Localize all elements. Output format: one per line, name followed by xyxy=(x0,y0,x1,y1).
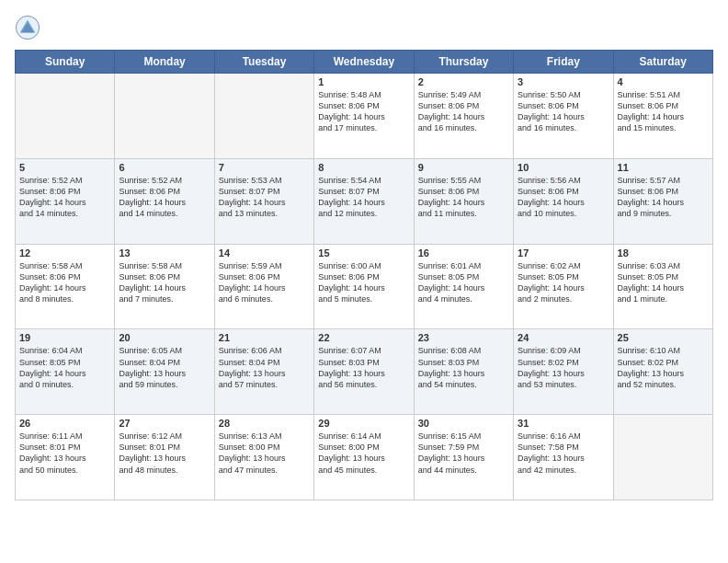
cal-cell-31: 31Sunrise: 6:16 AM Sunset: 7:58 PM Dayli… xyxy=(514,415,613,500)
day-header-thursday: Thursday xyxy=(414,51,513,74)
cal-cell-4: 4Sunrise: 5:51 AM Sunset: 8:06 PM Daylig… xyxy=(613,74,712,159)
cal-cell-20: 20Sunrise: 6:05 AM Sunset: 8:04 PM Dayli… xyxy=(115,329,214,415)
cal-cell-26: 26Sunrise: 6:11 AM Sunset: 8:01 PM Dayli… xyxy=(16,415,115,500)
cal-cell-18: 18Sunrise: 6:03 AM Sunset: 8:05 PM Dayli… xyxy=(613,244,712,329)
day-number: 24 xyxy=(518,332,609,343)
day-header-wednesday: Wednesday xyxy=(314,51,414,74)
cell-text: Sunrise: 5:54 AM Sunset: 8:07 PM Dayligh… xyxy=(318,175,409,220)
day-number: 17 xyxy=(518,247,609,259)
cell-text: Sunrise: 6:05 AM Sunset: 8:04 PM Dayligh… xyxy=(119,345,210,390)
week-row-1: 1Sunrise: 5:48 AM Sunset: 8:06 PM Daylig… xyxy=(16,74,713,159)
day-number: 22 xyxy=(318,332,409,343)
cal-cell-9: 9Sunrise: 5:55 AM Sunset: 8:06 PM Daylig… xyxy=(414,158,513,244)
week-row-3: 12Sunrise: 5:58 AM Sunset: 8:06 PM Dayli… xyxy=(16,244,713,329)
cell-text: Sunrise: 5:55 AM Sunset: 8:06 PM Dayligh… xyxy=(418,175,509,220)
week-row-4: 19Sunrise: 6:04 AM Sunset: 8:05 PM Dayli… xyxy=(16,329,713,415)
day-number: 7 xyxy=(219,162,310,173)
cal-cell-15: 15Sunrise: 6:00 AM Sunset: 8:06 PM Dayli… xyxy=(314,244,414,329)
cal-cell-5: 5Sunrise: 5:52 AM Sunset: 8:06 PM Daylig… xyxy=(16,158,115,244)
day-header-monday: Monday xyxy=(115,51,214,74)
day-number: 6 xyxy=(119,162,210,173)
cal-cell-22: 22Sunrise: 6:07 AM Sunset: 8:03 PM Dayli… xyxy=(314,329,414,415)
cal-cell-6: 6Sunrise: 5:52 AM Sunset: 8:06 PM Daylig… xyxy=(115,158,214,244)
day-number: 10 xyxy=(518,162,609,173)
day-header-row: SundayMondayTuesdayWednesdayThursdayFrid… xyxy=(16,51,713,74)
day-number: 3 xyxy=(518,76,609,87)
cell-text: Sunrise: 6:13 AM Sunset: 8:00 PM Dayligh… xyxy=(219,431,310,476)
cal-cell-empty-2 xyxy=(214,74,313,159)
day-number: 12 xyxy=(19,247,110,259)
cal-cell-13: 13Sunrise: 5:58 AM Sunset: 8:06 PM Dayli… xyxy=(115,244,214,329)
day-number: 8 xyxy=(318,162,409,173)
day-header-saturday: Saturday xyxy=(613,51,712,74)
cell-text: Sunrise: 6:03 AM Sunset: 8:05 PM Dayligh… xyxy=(618,260,709,305)
day-header-friday: Friday xyxy=(514,51,613,74)
day-number: 4 xyxy=(618,76,709,87)
day-number: 31 xyxy=(518,418,609,429)
day-number: 21 xyxy=(219,332,310,343)
day-number: 9 xyxy=(418,162,509,173)
cell-text: Sunrise: 5:53 AM Sunset: 8:07 PM Dayligh… xyxy=(219,175,310,220)
cal-cell-27: 27Sunrise: 6:12 AM Sunset: 8:01 PM Dayli… xyxy=(115,415,214,500)
cell-text: Sunrise: 5:56 AM Sunset: 8:06 PM Dayligh… xyxy=(518,175,609,220)
day-number: 27 xyxy=(119,418,210,429)
day-number: 30 xyxy=(418,418,509,429)
cal-cell-2: 2Sunrise: 5:49 AM Sunset: 8:06 PM Daylig… xyxy=(414,74,513,159)
cal-cell-16: 16Sunrise: 6:01 AM Sunset: 8:05 PM Dayli… xyxy=(414,244,513,329)
cell-text: Sunrise: 6:07 AM Sunset: 8:03 PM Dayligh… xyxy=(318,345,409,390)
cell-text: Sunrise: 6:02 AM Sunset: 8:05 PM Dayligh… xyxy=(518,260,609,305)
cell-text: Sunrise: 6:11 AM Sunset: 8:01 PM Dayligh… xyxy=(19,431,110,476)
day-number: 14 xyxy=(219,247,310,259)
cell-text: Sunrise: 5:49 AM Sunset: 8:06 PM Dayligh… xyxy=(418,89,509,134)
day-number: 28 xyxy=(219,418,310,429)
cell-text: Sunrise: 5:52 AM Sunset: 8:06 PM Dayligh… xyxy=(119,175,210,220)
cal-cell-17: 17Sunrise: 6:02 AM Sunset: 8:05 PM Dayli… xyxy=(514,244,613,329)
cell-text: Sunrise: 6:12 AM Sunset: 8:01 PM Dayligh… xyxy=(119,431,210,476)
day-number: 19 xyxy=(19,332,110,343)
page: SundayMondayTuesdayWednesdayThursdayFrid… xyxy=(0,0,728,563)
day-number: 26 xyxy=(19,418,110,429)
cal-cell-19: 19Sunrise: 6:04 AM Sunset: 8:05 PM Dayli… xyxy=(16,329,115,415)
logo-icon xyxy=(15,15,40,40)
cell-text: Sunrise: 6:00 AM Sunset: 8:06 PM Dayligh… xyxy=(318,260,409,305)
cal-cell-empty-0 xyxy=(16,74,115,159)
cell-text: Sunrise: 5:48 AM Sunset: 8:06 PM Dayligh… xyxy=(318,89,409,134)
cell-text: Sunrise: 5:58 AM Sunset: 8:06 PM Dayligh… xyxy=(19,260,110,305)
cal-cell-8: 8Sunrise: 5:54 AM Sunset: 8:07 PM Daylig… xyxy=(314,158,414,244)
day-number: 18 xyxy=(618,247,709,259)
day-number: 13 xyxy=(119,247,210,259)
cell-text: Sunrise: 5:57 AM Sunset: 8:06 PM Dayligh… xyxy=(618,175,709,220)
cal-cell-14: 14Sunrise: 5:59 AM Sunset: 8:06 PM Dayli… xyxy=(214,244,313,329)
day-number: 1 xyxy=(318,76,409,87)
day-number: 25 xyxy=(618,332,709,343)
cell-text: Sunrise: 5:59 AM Sunset: 8:06 PM Dayligh… xyxy=(219,260,310,305)
cell-text: Sunrise: 6:10 AM Sunset: 8:02 PM Dayligh… xyxy=(618,345,709,390)
day-header-tuesday: Tuesday xyxy=(214,51,313,74)
cal-cell-1: 1Sunrise: 5:48 AM Sunset: 8:06 PM Daylig… xyxy=(314,74,414,159)
cal-cell-3: 3Sunrise: 5:50 AM Sunset: 8:06 PM Daylig… xyxy=(514,74,613,159)
cell-text: Sunrise: 6:14 AM Sunset: 8:00 PM Dayligh… xyxy=(318,431,409,476)
cell-text: Sunrise: 5:52 AM Sunset: 8:06 PM Dayligh… xyxy=(19,175,110,220)
cell-text: Sunrise: 6:04 AM Sunset: 8:05 PM Dayligh… xyxy=(19,345,110,390)
week-row-2: 5Sunrise: 5:52 AM Sunset: 8:06 PM Daylig… xyxy=(16,158,713,244)
cell-text: Sunrise: 6:01 AM Sunset: 8:05 PM Dayligh… xyxy=(418,260,509,305)
day-number: 23 xyxy=(418,332,509,343)
cal-cell-30: 30Sunrise: 6:15 AM Sunset: 7:59 PM Dayli… xyxy=(414,415,513,500)
cal-cell-23: 23Sunrise: 6:08 AM Sunset: 8:03 PM Dayli… xyxy=(414,329,513,415)
cell-text: Sunrise: 6:15 AM Sunset: 7:59 PM Dayligh… xyxy=(418,431,509,476)
calendar-table: SundayMondayTuesdayWednesdayThursdayFrid… xyxy=(15,50,713,500)
cal-cell-24: 24Sunrise: 6:09 AM Sunset: 8:02 PM Dayli… xyxy=(514,329,613,415)
cal-cell-10: 10Sunrise: 5:56 AM Sunset: 8:06 PM Dayli… xyxy=(514,158,613,244)
cell-text: Sunrise: 6:06 AM Sunset: 8:04 PM Dayligh… xyxy=(219,345,310,390)
cal-cell-11: 11Sunrise: 5:57 AM Sunset: 8:06 PM Dayli… xyxy=(613,158,712,244)
day-number: 11 xyxy=(618,162,709,173)
cal-cell-25: 25Sunrise: 6:10 AM Sunset: 8:02 PM Dayli… xyxy=(613,329,712,415)
cal-cell-29: 29Sunrise: 6:14 AM Sunset: 8:00 PM Dayli… xyxy=(314,415,414,500)
cal-cell-12: 12Sunrise: 5:58 AM Sunset: 8:06 PM Dayli… xyxy=(16,244,115,329)
cell-text: Sunrise: 5:50 AM Sunset: 8:06 PM Dayligh… xyxy=(518,89,609,134)
day-number: 29 xyxy=(318,418,409,429)
cell-text: Sunrise: 5:51 AM Sunset: 8:06 PM Dayligh… xyxy=(618,89,709,134)
day-number: 5 xyxy=(19,162,110,173)
cell-text: Sunrise: 6:09 AM Sunset: 8:02 PM Dayligh… xyxy=(518,345,609,390)
cal-cell-empty-1 xyxy=(115,74,214,159)
